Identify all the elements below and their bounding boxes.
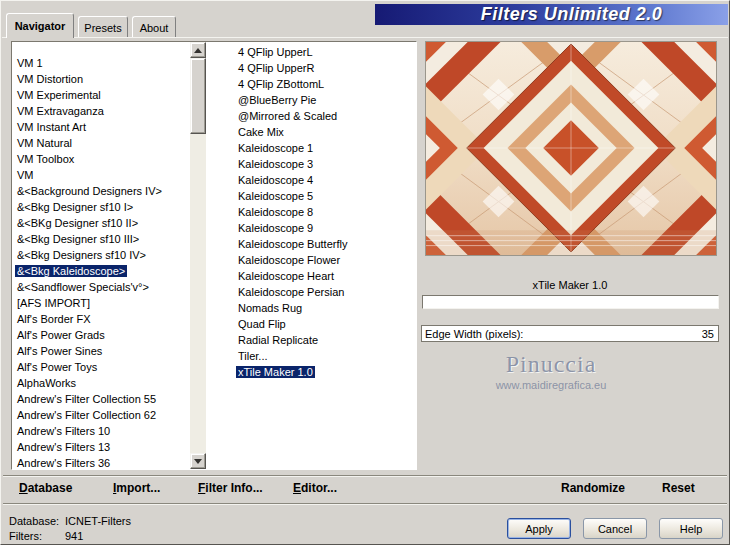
database-button[interactable]: Database [19, 481, 72, 495]
list-item-label: &<BKg Designer sf10 II> [15, 217, 140, 229]
list-item-label: VM Natural [15, 137, 74, 149]
list-item[interactable]: Kaleidoscope Flower [233, 252, 417, 268]
list-item-label: VM Extravaganza [15, 105, 106, 117]
list-item-label: Kaleidoscope 9 [236, 222, 315, 234]
list-item[interactable]: Alf's Power Grads [12, 327, 190, 343]
list-item-label: &<Background Designers IV> [15, 185, 164, 197]
arrow-down-icon [194, 459, 202, 464]
list-item-label: [AFS IMPORT] [15, 297, 92, 309]
list-item[interactable]: &<Bkg Designers sf10 IV> [12, 247, 190, 263]
list-item[interactable]: Cake Mix [233, 124, 417, 140]
list-item[interactable]: VM Experimental [12, 87, 190, 103]
tab-navigator[interactable]: Navigator [6, 13, 74, 38]
status-database-value: ICNET-Filters [65, 515, 131, 527]
list-item[interactable]: Quad Flip [233, 316, 417, 332]
list-item[interactable]: Alf's Border FX [12, 311, 190, 327]
list-item[interactable]: @Mirrored & Scaled [233, 108, 417, 124]
list-item[interactable]: Kaleidoscope 8 [233, 204, 417, 220]
list-item[interactable]: Andrew's Filters 10 [12, 423, 190, 439]
randomize-button[interactable]: Randomize [561, 481, 625, 495]
list-item[interactable]: Andrew's Filter Collection 62 [12, 407, 190, 423]
status-filters-label: Filters: [9, 530, 65, 542]
list-item-label: Kaleidoscope Butterfly [236, 238, 349, 250]
list-item[interactable]: [AFS IMPORT] [12, 295, 190, 311]
list-item[interactable]: Andrew's Filter Collection 55 [12, 391, 190, 407]
cancel-button[interactable]: Cancel [583, 518, 647, 539]
preview-filter-name: xTile Maker 1.0 [421, 279, 719, 291]
tab-presets[interactable]: Presets [78, 16, 128, 38]
list-item-label: Quad Flip [236, 318, 288, 330]
tab-about[interactable]: About [132, 16, 176, 38]
list-item[interactable]: Kaleidoscope 1 [233, 140, 417, 156]
list-item[interactable]: Alf's Power Sines [12, 343, 190, 359]
status-database: Database:ICNET-Filters [9, 515, 131, 527]
filter-info-button[interactable]: Filter Info... [198, 481, 263, 495]
list-item[interactable]: &<BKg Designer sf10 II> [12, 215, 190, 231]
list-item-label: 4 QFlip UpperR [236, 62, 316, 74]
list-item-label: Kaleidoscope 8 [236, 206, 315, 218]
tab-navigator-label: Navigator [15, 20, 66, 32]
scrollbar-thumb[interactable] [190, 58, 206, 134]
list-item[interactable]: Kaleidoscope 9 [233, 220, 417, 236]
list-item[interactable]: VM Toolbox [12, 151, 190, 167]
list-item-label: AlphaWorks [15, 377, 78, 389]
editor-button[interactable]: Editor... [293, 481, 337, 495]
list-item[interactable]: Kaleidoscope Heart [233, 268, 417, 284]
scroll-down-button[interactable] [190, 453, 206, 469]
list-item[interactable]: Kaleidoscope Butterfly [233, 236, 417, 252]
list-item-label: Kaleidoscope Flower [236, 254, 342, 266]
window-title: Filters Unlimited 2.0 [481, 4, 663, 25]
import-button[interactable]: Import... [113, 481, 160, 495]
list-item[interactable]: VM Instant Art [12, 119, 190, 135]
list-item[interactable]: Andrew's Filters 13 [12, 439, 190, 455]
list-item[interactable]: @BlueBerry Pie [233, 92, 417, 108]
list-item-label: VM Toolbox [15, 153, 76, 165]
list-item-label: Alf's Power Sines [15, 345, 104, 357]
list-item-label: Nomads Rug [236, 302, 304, 314]
list-item[interactable]: 4 QFlip UpperR [233, 60, 417, 76]
list-item[interactable]: Kaleidoscope 5 [233, 188, 417, 204]
toolbar-top-separator [3, 475, 727, 477]
filter-list: 4 QFlip UpperL4 QFlip UpperR4 QFlip ZBot… [206, 44, 417, 469]
list-item-label: &<Bkg Designer sf10 III> [15, 233, 141, 245]
title-bar: Filters Unlimited 2.0 [375, 4, 728, 25]
lists-panel: VM 1VM DistortionVM ExperimentalVM Extra… [11, 41, 417, 470]
list-item[interactable]: xTile Maker 1.0 [233, 364, 417, 380]
parameter-row[interactable]: Edge Width (pixels): 35 [421, 325, 719, 342]
help-button-label: Help [680, 523, 703, 535]
list-item[interactable]: Kaleidoscope Persian [233, 284, 417, 300]
scroll-up-button[interactable] [190, 42, 206, 58]
list-item[interactable]: VM Extravaganza [12, 103, 190, 119]
preview-image [425, 41, 717, 256]
list-item[interactable]: &<Sandflower Specials'v°> [12, 279, 190, 295]
list-item[interactable]: &<Bkg Kaleidoscope> [12, 263, 190, 279]
tab-presets-label: Presets [84, 22, 121, 34]
list-item[interactable]: Nomads Rug [233, 300, 417, 316]
list-item-label: Andrew's Filters 10 [15, 425, 112, 437]
list-item[interactable]: Kaleidoscope 3 [233, 156, 417, 172]
reset-button[interactable]: Reset [662, 481, 695, 495]
list-item[interactable]: Alf's Power Toys [12, 359, 190, 375]
list-item[interactable]: Tiler... [233, 348, 417, 364]
list-item-label: Kaleidoscope 3 [236, 158, 315, 170]
list-item[interactable]: VM 1 [12, 55, 190, 71]
list-item-label: &<Bkg Designers sf10 IV> [15, 249, 148, 261]
help-button[interactable]: Help [659, 518, 723, 539]
category-scrollbar[interactable] [190, 42, 206, 469]
list-item[interactable]: &<Background Designers IV> [12, 183, 190, 199]
list-item[interactable]: VM Natural [12, 135, 190, 151]
list-item[interactable]: AlphaWorks [12, 375, 190, 391]
list-item[interactable]: VM [12, 167, 190, 183]
list-item[interactable]: &<Bkg Designer sf10 III> [12, 231, 190, 247]
list-item-label: Alf's Power Toys [15, 361, 99, 373]
list-item[interactable]: 4 QFlip UpperL [233, 44, 417, 60]
list-item-label: Alf's Power Grads [15, 329, 107, 341]
list-item[interactable]: &<Bkg Designer sf10 I> [12, 199, 190, 215]
list-item-label: @BlueBerry Pie [236, 94, 318, 106]
apply-button[interactable]: Apply [507, 518, 571, 539]
list-item[interactable]: 4 QFlip ZBottomL [233, 76, 417, 92]
list-item[interactable]: Kaleidoscope 4 [233, 172, 417, 188]
list-item[interactable]: VM Distortion [12, 71, 190, 87]
list-item[interactable]: Radial Replicate [233, 332, 417, 348]
list-item[interactable]: Andrew's Filters 36 [12, 455, 190, 469]
